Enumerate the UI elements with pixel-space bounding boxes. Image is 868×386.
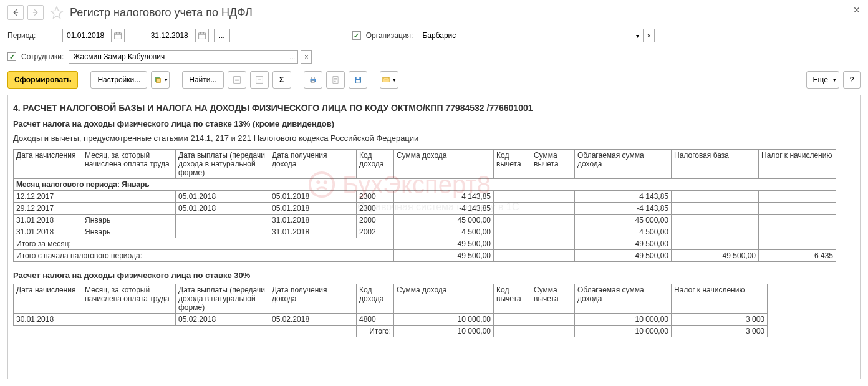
employees-clear-button[interactable]: × <box>301 50 312 64</box>
col-due: Налог к начислению <box>759 150 836 179</box>
col-vcode: Код вычета <box>494 150 531 179</box>
expand-groups-button[interactable] <box>228 71 246 89</box>
table-row: 31.01.2018Январь31.01.201820024 500,004 … <box>14 226 836 238</box>
more-button[interactable]: Еще <box>806 71 839 89</box>
period-label: Период: <box>7 31 57 40</box>
col-recdate: Дата получения дохода <box>269 150 357 179</box>
svg-rect-4 <box>233 77 240 84</box>
period-picker-button[interactable]: ... <box>214 29 230 42</box>
arrow-right-icon <box>31 8 40 17</box>
sigma-icon: Σ <box>279 75 284 84</box>
employees-label: Сотрудники: <box>21 52 64 61</box>
find-button[interactable]: Найти... <box>182 71 223 89</box>
employees-checkbox[interactable] <box>7 52 16 61</box>
table-row: 31.01.2018Январь31.01.2018200045 000,004… <box>14 215 836 226</box>
back-button[interactable] <box>7 5 24 20</box>
collapse-icon <box>255 75 264 84</box>
period-dash: – <box>133 31 138 40</box>
forward-button[interactable] <box>27 5 44 20</box>
save-button[interactable] <box>349 71 367 89</box>
svg-rect-11 <box>356 77 359 79</box>
print-button[interactable] <box>304 71 322 89</box>
preview-button[interactable] <box>326 71 345 89</box>
org-label: Организация: <box>366 31 413 40</box>
calendar-icon <box>198 31 206 40</box>
period-from-input[interactable] <box>62 29 111 42</box>
period-to-input[interactable] <box>147 29 195 42</box>
table-row: 12.12.201705.01.201805.01.201823004 143,… <box>14 191 836 203</box>
table-30: Дата начисления Месяц, за который начисл… <box>13 284 768 337</box>
table-header-row: Дата начисления Месяц, за который начисл… <box>14 150 836 179</box>
envelope-icon <box>382 75 390 84</box>
period-to-calendar[interactable] <box>195 29 209 42</box>
table-row: 30.01.201805.02.201805.02.2018480010 000… <box>14 314 768 326</box>
generate-button[interactable]: Сформировать <box>7 71 78 89</box>
col-month: Месяц, за который начислена оплата труда <box>82 150 176 179</box>
diskette-icon <box>354 75 362 84</box>
col-sum: Сумма дохода <box>394 150 494 179</box>
table-13: Дата начисления Месяц, за который начисл… <box>13 149 836 262</box>
total-30-row: Итого:10 000,0010 000,003 000 <box>14 326 768 337</box>
svg-rect-8 <box>311 81 314 83</box>
calendar-icon <box>113 31 122 40</box>
note-text: Доходы и вычеты, предусмотренные статьям… <box>13 133 850 143</box>
document-icon <box>331 75 340 84</box>
org-dropdown-button[interactable]: ▾ <box>632 29 644 42</box>
employees-picker-button[interactable]: ... <box>287 50 298 64</box>
svg-rect-0 <box>115 33 122 39</box>
total-period-row: Итого с начала налогового периода:49 500… <box>14 250 836 262</box>
col-date: Дата начисления <box>14 150 82 179</box>
variants-button[interactable]: ▾ <box>151 71 170 89</box>
svg-rect-1 <box>198 33 205 39</box>
svg-rect-7 <box>311 77 314 79</box>
org-checkbox[interactable] <box>352 31 361 40</box>
table-row: 29.12.201705.01.201805.01.20182300-4 143… <box>14 203 836 215</box>
expand-icon <box>233 75 241 84</box>
favorite-star-icon[interactable] <box>50 6 64 19</box>
org-clear-button[interactable]: × <box>644 29 655 42</box>
report-viewer[interactable]: БухЭксперт8 Справочная система по учету … <box>7 95 861 379</box>
col-code: Код дохода <box>357 150 394 179</box>
col-paydate: Дата выплаты (передачи дохода в натураль… <box>176 150 269 179</box>
month-period-row: Месяц налогового периода: Январь <box>14 179 836 191</box>
subsection-13: Расчет налога на доходы физического лица… <box>13 119 850 128</box>
arrow-left-icon <box>11 8 20 17</box>
svg-rect-12 <box>356 80 360 83</box>
printer-icon <box>309 75 317 84</box>
period-from-calendar[interactable] <box>111 29 125 42</box>
org-input[interactable] <box>418 29 632 42</box>
section-title: 4. РАСЧЕТ НАЛОГОВОЙ БАЗЫ И НАЛОГА НА ДОХ… <box>13 103 850 113</box>
employees-input[interactable] <box>69 50 287 64</box>
total-month-row: Итого за месяц:49 500,0049 500,00 <box>14 238 836 250</box>
page-title: Регистр налогового учета по НДФЛ <box>70 6 253 19</box>
collapse-groups-button[interactable] <box>250 71 269 89</box>
sum-button[interactable]: Σ <box>272 71 291 89</box>
close-button[interactable]: ✕ <box>853 5 861 15</box>
subsection-30: Расчет налога на доходы физического лица… <box>13 271 850 280</box>
col-taxable: Облагаемая сумма дохода <box>575 150 672 179</box>
send-button[interactable]: ▾ <box>380 71 398 89</box>
stack-icon <box>153 75 162 84</box>
settings-button[interactable]: Настройки... <box>90 71 147 89</box>
col-base: Налоговая база <box>672 150 759 179</box>
col-vsum: Сумма вычета <box>531 150 575 179</box>
help-button[interactable]: ? <box>843 71 861 89</box>
svg-rect-3 <box>156 79 160 83</box>
table-header-row: Дата начисления Месяц, за который начисл… <box>14 284 768 314</box>
